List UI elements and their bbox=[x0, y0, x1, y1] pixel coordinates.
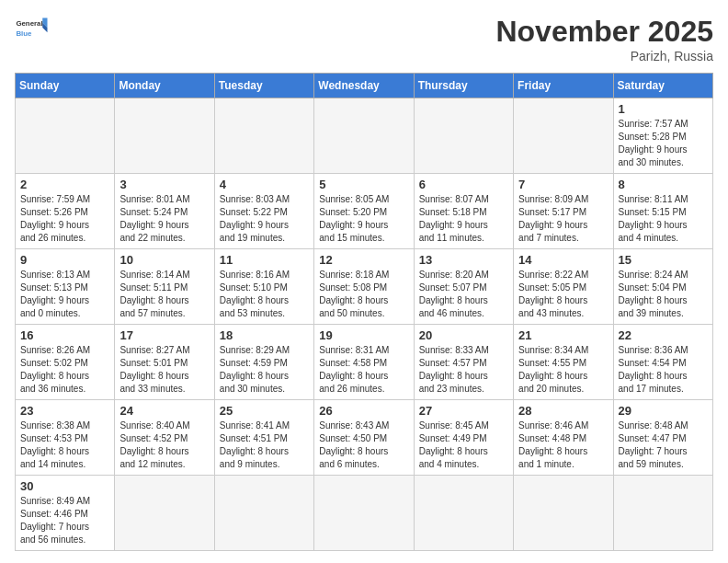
calendar-cell: 27Sunrise: 8:45 AM Sunset: 4:49 PM Dayli… bbox=[414, 400, 513, 476]
calendar-cell: 15Sunrise: 8:24 AM Sunset: 5:04 PM Dayli… bbox=[613, 249, 712, 325]
calendar-cell: 20Sunrise: 8:33 AM Sunset: 4:57 PM Dayli… bbox=[414, 325, 513, 400]
calendar-cell: 5Sunrise: 8:05 AM Sunset: 5:20 PM Daylig… bbox=[314, 174, 414, 249]
calendar-cell: 17Sunrise: 8:27 AM Sunset: 5:01 PM Dayli… bbox=[115, 325, 214, 400]
calendar-cell: 2Sunrise: 7:59 AM Sunset: 5:26 PM Daylig… bbox=[16, 174, 115, 249]
cell-info: Sunrise: 8:48 AM Sunset: 4:47 PM Dayligh… bbox=[619, 419, 708, 471]
day-number: 27 bbox=[419, 404, 508, 418]
month-title: November 2025 bbox=[495, 15, 713, 49]
cell-info: Sunrise: 8:31 AM Sunset: 4:58 PM Dayligh… bbox=[319, 344, 408, 396]
day-number: 22 bbox=[619, 328, 708, 342]
cell-info: Sunrise: 8:36 AM Sunset: 4:54 PM Dayligh… bbox=[619, 344, 708, 396]
calendar-cell: 26Sunrise: 8:43 AM Sunset: 4:50 PM Dayli… bbox=[314, 400, 414, 476]
cell-info: Sunrise: 8:05 AM Sunset: 5:20 PM Dayligh… bbox=[319, 193, 408, 245]
day-number: 26 bbox=[319, 404, 408, 418]
day-number: 6 bbox=[419, 178, 508, 191]
day-number: 13 bbox=[419, 253, 508, 267]
day-number: 4 bbox=[220, 178, 309, 191]
cell-info: Sunrise: 8:18 AM Sunset: 5:08 PM Dayligh… bbox=[319, 269, 408, 320]
calendar-cell: 1Sunrise: 7:57 AM Sunset: 5:28 PM Daylig… bbox=[613, 98, 712, 174]
day-number: 5 bbox=[319, 178, 408, 191]
calendar-cell: 10Sunrise: 8:14 AM Sunset: 5:11 PM Dayli… bbox=[115, 249, 214, 325]
calendar-cell bbox=[414, 476, 513, 551]
calendar-cell bbox=[613, 476, 712, 551]
cell-info: Sunrise: 8:14 AM Sunset: 5:11 PM Dayligh… bbox=[119, 269, 209, 320]
logo: General Blue bbox=[15, 15, 48, 40]
weekday-header-wednesday: Wednesday bbox=[314, 74, 414, 98]
calendar-cell: 8Sunrise: 8:11 AM Sunset: 5:15 PM Daylig… bbox=[613, 174, 712, 249]
cell-info: Sunrise: 8:01 AM Sunset: 5:24 PM Dayligh… bbox=[119, 193, 209, 245]
calendar-cell: 24Sunrise: 8:40 AM Sunset: 4:52 PM Dayli… bbox=[115, 400, 214, 476]
weekday-header-thursday: Thursday bbox=[414, 74, 513, 98]
day-number: 12 bbox=[319, 253, 408, 267]
calendar-cell: 30Sunrise: 8:49 AM Sunset: 4:46 PM Dayli… bbox=[16, 476, 115, 551]
weekday-header-saturday: Saturday bbox=[613, 74, 712, 98]
day-number: 14 bbox=[518, 253, 608, 267]
day-number: 23 bbox=[20, 404, 109, 418]
day-number: 20 bbox=[419, 328, 508, 342]
calendar-cell: 7Sunrise: 8:09 AM Sunset: 5:17 PM Daylig… bbox=[514, 174, 613, 249]
calendar-cell: 6Sunrise: 8:07 AM Sunset: 5:18 PM Daylig… bbox=[414, 174, 513, 249]
day-number: 7 bbox=[518, 178, 608, 191]
cell-info: Sunrise: 8:33 AM Sunset: 4:57 PM Dayligh… bbox=[419, 344, 508, 396]
cell-info: Sunrise: 8:24 AM Sunset: 5:04 PM Dayligh… bbox=[619, 269, 708, 320]
calendar-cell: 22Sunrise: 8:36 AM Sunset: 4:54 PM Dayli… bbox=[613, 325, 712, 400]
cell-info: Sunrise: 8:27 AM Sunset: 5:01 PM Dayligh… bbox=[119, 344, 209, 396]
calendar-header: SundayMondayTuesdayWednesdayThursdayFrid… bbox=[16, 74, 713, 98]
calendar-cell: 14Sunrise: 8:22 AM Sunset: 5:05 PM Dayli… bbox=[514, 249, 613, 325]
day-number: 25 bbox=[220, 404, 309, 418]
day-number: 8 bbox=[619, 178, 708, 191]
cell-info: Sunrise: 8:49 AM Sunset: 4:46 PM Dayligh… bbox=[20, 495, 109, 546]
cell-info: Sunrise: 8:29 AM Sunset: 4:59 PM Dayligh… bbox=[220, 344, 309, 396]
calendar-cell bbox=[115, 476, 214, 551]
cell-info: Sunrise: 8:22 AM Sunset: 5:05 PM Dayligh… bbox=[518, 269, 608, 320]
cell-info: Sunrise: 8:34 AM Sunset: 4:55 PM Dayligh… bbox=[518, 344, 608, 396]
calendar-cell: 13Sunrise: 8:20 AM Sunset: 5:07 PM Dayli… bbox=[414, 249, 513, 325]
cell-info: Sunrise: 8:20 AM Sunset: 5:07 PM Dayligh… bbox=[419, 269, 508, 320]
calendar-cell: 9Sunrise: 8:13 AM Sunset: 5:13 PM Daylig… bbox=[16, 249, 115, 325]
cell-info: Sunrise: 8:09 AM Sunset: 5:17 PM Dayligh… bbox=[518, 193, 608, 245]
calendar-cell bbox=[214, 98, 313, 174]
calendar-cell: 4Sunrise: 8:03 AM Sunset: 5:22 PM Daylig… bbox=[214, 174, 313, 249]
cell-info: Sunrise: 7:59 AM Sunset: 5:26 PM Dayligh… bbox=[20, 193, 109, 245]
cell-info: Sunrise: 8:11 AM Sunset: 5:15 PM Dayligh… bbox=[619, 193, 708, 245]
day-number: 1 bbox=[619, 102, 708, 116]
cell-info: Sunrise: 8:40 AM Sunset: 4:52 PM Dayligh… bbox=[119, 419, 209, 471]
calendar-cell: 23Sunrise: 8:38 AM Sunset: 4:53 PM Dayli… bbox=[16, 400, 115, 476]
day-number: 3 bbox=[119, 178, 209, 191]
day-number: 19 bbox=[319, 328, 408, 342]
day-number: 30 bbox=[20, 479, 109, 493]
cell-info: Sunrise: 8:43 AM Sunset: 4:50 PM Dayligh… bbox=[319, 419, 408, 471]
day-number: 18 bbox=[220, 328, 309, 342]
day-number: 15 bbox=[619, 253, 708, 267]
calendar-cell: 12Sunrise: 8:18 AM Sunset: 5:08 PM Dayli… bbox=[314, 249, 414, 325]
day-number: 2 bbox=[20, 178, 109, 191]
day-number: 9 bbox=[20, 253, 109, 267]
calendar-cell: 19Sunrise: 8:31 AM Sunset: 4:58 PM Dayli… bbox=[314, 325, 414, 400]
calendar-cell: 25Sunrise: 8:41 AM Sunset: 4:51 PM Dayli… bbox=[214, 400, 313, 476]
weekday-header-monday: Monday bbox=[115, 74, 214, 98]
calendar-cell bbox=[414, 98, 513, 174]
page-header: General Blue November 2025 Parizh, Russi… bbox=[15, 15, 713, 63]
day-number: 28 bbox=[518, 404, 608, 418]
calendar-table: SundayMondayTuesdayWednesdayThursdayFrid… bbox=[15, 73, 713, 551]
cell-info: Sunrise: 8:41 AM Sunset: 4:51 PM Dayligh… bbox=[220, 419, 309, 471]
cell-info: Sunrise: 7:57 AM Sunset: 5:28 PM Dayligh… bbox=[619, 118, 708, 169]
title-block: November 2025 Parizh, Russia bbox=[495, 15, 713, 63]
calendar-cell: 21Sunrise: 8:34 AM Sunset: 4:55 PM Dayli… bbox=[514, 325, 613, 400]
day-number: 16 bbox=[20, 328, 109, 342]
calendar-cell bbox=[16, 98, 115, 174]
calendar-cell bbox=[314, 476, 414, 551]
cell-info: Sunrise: 8:26 AM Sunset: 5:02 PM Dayligh… bbox=[20, 344, 109, 396]
location: Parizh, Russia bbox=[495, 49, 713, 63]
calendar-cell bbox=[314, 98, 414, 174]
cell-info: Sunrise: 8:45 AM Sunset: 4:49 PM Dayligh… bbox=[419, 419, 508, 471]
calendar-cell: 3Sunrise: 8:01 AM Sunset: 5:24 PM Daylig… bbox=[115, 174, 214, 249]
day-number: 10 bbox=[119, 253, 209, 267]
day-number: 11 bbox=[220, 253, 309, 267]
calendar-cell bbox=[514, 98, 613, 174]
svg-text:General: General bbox=[16, 19, 42, 28]
calendar-cell: 28Sunrise: 8:46 AM Sunset: 4:48 PM Dayli… bbox=[514, 400, 613, 476]
cell-info: Sunrise: 8:46 AM Sunset: 4:48 PM Dayligh… bbox=[518, 419, 608, 471]
cell-info: Sunrise: 8:38 AM Sunset: 4:53 PM Dayligh… bbox=[20, 419, 109, 471]
calendar-cell: 29Sunrise: 8:48 AM Sunset: 4:47 PM Dayli… bbox=[613, 400, 712, 476]
